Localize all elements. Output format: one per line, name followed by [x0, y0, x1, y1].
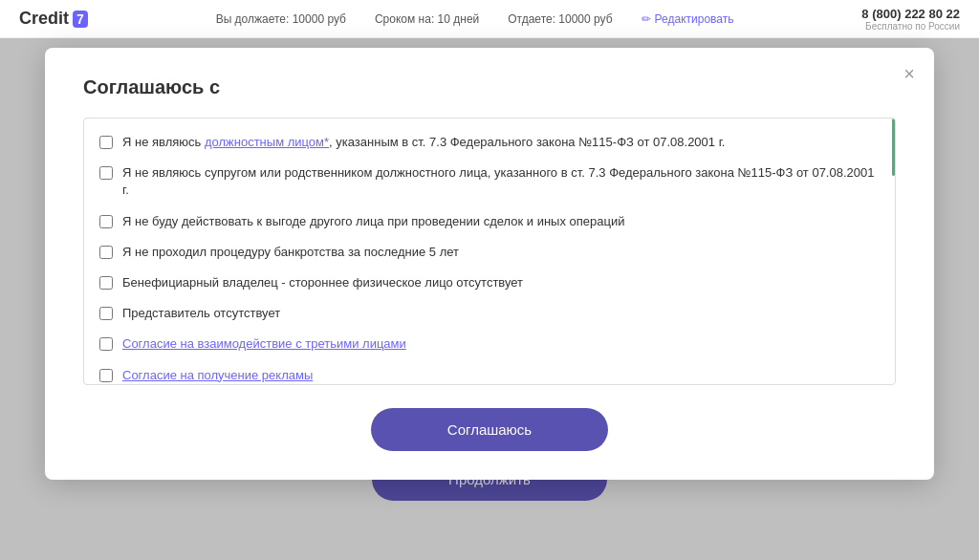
third-party-consent-link[interactable]: Согласие на взаимодействие с третьими ли…	[122, 336, 406, 351]
checkbox-label-cb1: Я не являюсь должностным лицом*, указанн…	[122, 134, 725, 151]
modal-dialog: × Соглашаюсь с Я не являюсь должностным …	[45, 48, 934, 480]
checkbox-cb3[interactable]	[99, 215, 113, 228]
modal-title: Соглашаюсь с	[83, 76, 896, 98]
list-item: Я не являюсь должностным лицом*, указанн…	[99, 134, 880, 151]
list-item: Бенефициарный владелец - стороннее физич…	[99, 274, 880, 291]
edit-button[interactable]: ✏ Редактировать	[642, 12, 734, 26]
checkbox-label-cb7: Согласие на взаимодействие с третьими ли…	[122, 335, 406, 353]
checkbox-cb8[interactable]	[99, 369, 113, 382]
loan-amount: Вы должаете: 10000 руб	[216, 12, 346, 26]
phone-sublabel: Бесплатно по России	[861, 21, 960, 32]
modal-overlay: × Соглашаюсь с Я не являюсь должностным …	[0, 38, 979, 560]
modal-close-button[interactable]: ×	[903, 63, 915, 85]
checkbox-cb5[interactable]	[99, 276, 113, 290]
checkbox-label-cb3: Я не буду действовать к выгоде другого л…	[122, 213, 625, 230]
checkboxes-container: Я не являюсь должностным лицом*, указанн…	[83, 118, 896, 385]
logo: Credit 7	[19, 9, 88, 29]
checkbox-cb7[interactable]	[99, 337, 113, 351]
list-item: Я не проходил процедуру банкротства за п…	[99, 244, 880, 261]
header-phone: 8 (800) 222 80 22 Бесплатно по России	[861, 7, 960, 32]
checkbox-cb6[interactable]	[99, 307, 113, 320]
agree-button-wrapper: Соглашаюсь	[83, 408, 896, 451]
checkbox-label-cb8: Согласие на получение рекламы	[122, 367, 313, 384]
header: Credit 7 Вы должаете: 10000 руб Сроком н…	[0, 0, 979, 38]
checkbox-label-cb2: Я не являюсь супругом или родственником …	[122, 164, 880, 199]
official-person-link[interactable]: должностным лицом*	[205, 135, 329, 149]
checkbox-cb2[interactable]	[99, 166, 113, 180]
agree-button[interactable]: Соглашаюсь	[371, 408, 608, 451]
list-item: Представитель отсутствует	[99, 305, 880, 322]
loan-term: Сроком на: 10 дней	[375, 12, 479, 26]
checkbox-label-cb5: Бенефициарный владелец - стороннее физич…	[122, 274, 523, 291]
loan-return: Отдаете: 10000 руб	[508, 12, 612, 26]
logo-text: Credit	[19, 9, 69, 29]
list-item: Я не являюсь супругом или родственником …	[99, 164, 880, 199]
phone-number: 8 (800) 222 80 22	[861, 7, 960, 21]
advertising-consent-link[interactable]: Согласие на получение рекламы	[122, 368, 313, 382]
list-item: Согласие на получение рекламы	[99, 367, 880, 384]
logo-number: 7	[73, 11, 88, 28]
list-item: Согласие на взаимодействие с третьими ли…	[99, 335, 880, 353]
list-item: Я не буду действовать к выгоде другого л…	[99, 213, 880, 230]
header-info: Вы должаете: 10000 руб Сроком на: 10 дне…	[216, 12, 734, 26]
checkbox-cb1[interactable]	[99, 136, 113, 149]
checkbox-label-cb4: Я не проходил процедуру банкротства за п…	[122, 244, 459, 261]
pencil-icon: ✏	[642, 12, 651, 26]
checkbox-cb4[interactable]	[99, 246, 113, 259]
checkbox-label-cb6: Представитель отсутствует	[122, 305, 280, 322]
